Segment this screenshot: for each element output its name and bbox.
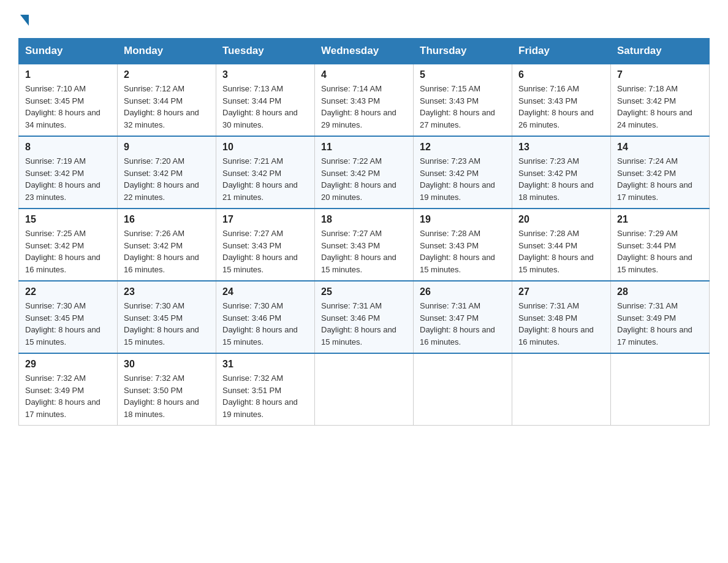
day-number: 2 [124, 69, 210, 80]
day-info: Sunrise: 7:29 AMSunset: 3:44 PMDaylight:… [617, 229, 692, 274]
day-info: Sunrise: 7:20 AMSunset: 3:42 PMDaylight:… [124, 156, 199, 202]
weekday-header-tuesday: Tuesday [216, 39, 315, 64]
day-info: Sunrise: 7:14 AMSunset: 3:43 PMDaylight:… [321, 84, 396, 129]
weekday-header-thursday: Thursday [414, 39, 512, 64]
day-info: Sunrise: 7:30 AMSunset: 3:45 PMDaylight:… [124, 301, 199, 347]
day-number: 19 [420, 214, 506, 225]
day-number: 5 [420, 69, 506, 80]
day-info: Sunrise: 7:24 AMSunset: 3:42 PMDaylight:… [617, 156, 692, 202]
day-info: Sunrise: 7:31 AMSunset: 3:48 PMDaylight:… [518, 301, 594, 347]
day-number: 12 [420, 142, 506, 153]
day-number: 21 [617, 214, 703, 225]
calendar-day-cell: 5 Sunrise: 7:15 AMSunset: 3:43 PMDayligh… [414, 64, 512, 136]
day-info: Sunrise: 7:32 AMSunset: 3:51 PMDaylight:… [222, 373, 298, 419]
calendar-day-cell: 9 Sunrise: 7:20 AMSunset: 3:42 PMDayligh… [118, 136, 216, 209]
day-info: Sunrise: 7:27 AMSunset: 3:43 PMDaylight:… [321, 229, 396, 274]
day-number: 26 [420, 286, 506, 297]
weekday-header-sunday: Sunday [19, 39, 118, 64]
day-number: 16 [124, 214, 210, 225]
day-number: 22 [25, 286, 111, 297]
day-info: Sunrise: 7:10 AMSunset: 3:45 PMDaylight:… [25, 84, 100, 129]
logo-arrow-icon [20, 15, 29, 26]
calendar-day-cell: 6 Sunrise: 7:16 AMSunset: 3:43 PMDayligh… [512, 64, 611, 136]
weekday-header-saturday: Saturday [611, 39, 710, 64]
calendar-day-cell: 28 Sunrise: 7:31 AMSunset: 3:49 PMDaylig… [611, 281, 710, 353]
day-number: 29 [25, 359, 111, 370]
weekday-header-friday: Friday [512, 39, 611, 64]
calendar-day-cell: 16 Sunrise: 7:26 AMSunset: 3:42 PMDaylig… [118, 209, 216, 281]
day-info: Sunrise: 7:30 AMSunset: 3:46 PMDaylight:… [222, 301, 298, 347]
day-number: 13 [518, 142, 604, 153]
calendar-day-cell: 11 Sunrise: 7:22 AMSunset: 3:42 PMDaylig… [315, 136, 414, 209]
calendar-week-row: 8 Sunrise: 7:19 AMSunset: 3:42 PMDayligh… [19, 136, 710, 209]
day-number: 27 [518, 286, 604, 297]
calendar-day-cell [315, 353, 414, 426]
calendar-day-cell: 23 Sunrise: 7:30 AMSunset: 3:45 PMDaylig… [118, 281, 216, 353]
day-info: Sunrise: 7:31 AMSunset: 3:47 PMDaylight:… [420, 301, 495, 347]
calendar-day-cell: 10 Sunrise: 7:21 AMSunset: 3:42 PMDaylig… [216, 136, 315, 209]
day-number: 4 [321, 69, 407, 80]
day-info: Sunrise: 7:30 AMSunset: 3:45 PMDaylight:… [25, 301, 100, 347]
day-info: Sunrise: 7:25 AMSunset: 3:42 PMDaylight:… [25, 229, 100, 274]
weekday-header-wednesday: Wednesday [315, 39, 414, 64]
day-number: 7 [617, 69, 703, 80]
calendar-day-cell: 25 Sunrise: 7:31 AMSunset: 3:46 PMDaylig… [315, 281, 414, 353]
day-number: 15 [25, 214, 111, 225]
day-number: 28 [617, 286, 703, 297]
day-number: 9 [124, 142, 210, 153]
calendar-day-cell: 8 Sunrise: 7:19 AMSunset: 3:42 PMDayligh… [19, 136, 118, 209]
day-info: Sunrise: 7:21 AMSunset: 3:42 PMDaylight:… [222, 156, 298, 202]
calendar-day-cell [512, 353, 611, 426]
day-number: 17 [222, 214, 308, 225]
calendar-day-cell: 21 Sunrise: 7:29 AMSunset: 3:44 PMDaylig… [611, 209, 710, 281]
logo [18, 12, 29, 26]
day-info: Sunrise: 7:31 AMSunset: 3:49 PMDaylight:… [617, 301, 692, 347]
day-number: 20 [518, 214, 604, 225]
day-info: Sunrise: 7:32 AMSunset: 3:50 PMDaylight:… [124, 373, 199, 419]
day-number: 10 [222, 142, 308, 153]
calendar-day-cell: 2 Sunrise: 7:12 AMSunset: 3:44 PMDayligh… [118, 64, 216, 136]
calendar-day-cell: 3 Sunrise: 7:13 AMSunset: 3:44 PMDayligh… [216, 64, 315, 136]
calendar-day-cell: 4 Sunrise: 7:14 AMSunset: 3:43 PMDayligh… [315, 64, 414, 136]
day-number: 18 [321, 214, 407, 225]
calendar-table: SundayMondayTuesdayWednesdayThursdayFrid… [18, 38, 710, 426]
day-number: 30 [124, 359, 210, 370]
calendar-day-cell: 14 Sunrise: 7:24 AMSunset: 3:42 PMDaylig… [611, 136, 710, 209]
day-number: 23 [124, 286, 210, 297]
weekday-header-monday: Monday [118, 39, 216, 64]
calendar-day-cell: 1 Sunrise: 7:10 AMSunset: 3:45 PMDayligh… [19, 64, 118, 136]
day-info: Sunrise: 7:28 AMSunset: 3:43 PMDaylight:… [420, 229, 495, 274]
day-info: Sunrise: 7:12 AMSunset: 3:44 PMDaylight:… [124, 84, 199, 129]
calendar-day-cell: 22 Sunrise: 7:30 AMSunset: 3:45 PMDaylig… [19, 281, 118, 353]
day-info: Sunrise: 7:16 AMSunset: 3:43 PMDaylight:… [518, 84, 594, 129]
calendar-day-cell: 18 Sunrise: 7:27 AMSunset: 3:43 PMDaylig… [315, 209, 414, 281]
day-number: 3 [222, 69, 308, 80]
day-info: Sunrise: 7:27 AMSunset: 3:43 PMDaylight:… [222, 229, 298, 274]
calendar-week-row: 15 Sunrise: 7:25 AMSunset: 3:42 PMDaylig… [19, 209, 710, 281]
day-info: Sunrise: 7:18 AMSunset: 3:42 PMDaylight:… [617, 84, 692, 129]
day-info: Sunrise: 7:15 AMSunset: 3:43 PMDaylight:… [420, 84, 495, 129]
calendar-day-cell: 29 Sunrise: 7:32 AMSunset: 3:49 PMDaylig… [19, 353, 118, 426]
day-info: Sunrise: 7:22 AMSunset: 3:42 PMDaylight:… [321, 156, 396, 202]
day-number: 25 [321, 286, 407, 297]
day-number: 6 [518, 69, 604, 80]
day-number: 31 [222, 359, 308, 370]
page-header [18, 12, 710, 26]
calendar-day-cell: 19 Sunrise: 7:28 AMSunset: 3:43 PMDaylig… [414, 209, 512, 281]
day-number: 11 [321, 142, 407, 153]
calendar-day-cell: 12 Sunrise: 7:23 AMSunset: 3:42 PMDaylig… [414, 136, 512, 209]
calendar-week-row: 1 Sunrise: 7:10 AMSunset: 3:45 PMDayligh… [19, 64, 710, 136]
calendar-day-cell [611, 353, 710, 426]
day-info: Sunrise: 7:32 AMSunset: 3:49 PMDaylight:… [25, 373, 100, 419]
weekday-header-row: SundayMondayTuesdayWednesdayThursdayFrid… [19, 39, 710, 64]
calendar-day-cell: 30 Sunrise: 7:32 AMSunset: 3:50 PMDaylig… [118, 353, 216, 426]
calendar-day-cell: 27 Sunrise: 7:31 AMSunset: 3:48 PMDaylig… [512, 281, 611, 353]
calendar-day-cell: 13 Sunrise: 7:23 AMSunset: 3:42 PMDaylig… [512, 136, 611, 209]
day-info: Sunrise: 7:26 AMSunset: 3:42 PMDaylight:… [124, 229, 199, 274]
day-info: Sunrise: 7:13 AMSunset: 3:44 PMDaylight:… [222, 84, 298, 129]
calendar-week-row: 29 Sunrise: 7:32 AMSunset: 3:49 PMDaylig… [19, 353, 710, 426]
day-number: 1 [25, 69, 111, 80]
day-info: Sunrise: 7:23 AMSunset: 3:42 PMDaylight:… [420, 156, 495, 202]
day-number: 24 [222, 286, 308, 297]
day-info: Sunrise: 7:31 AMSunset: 3:46 PMDaylight:… [321, 301, 396, 347]
